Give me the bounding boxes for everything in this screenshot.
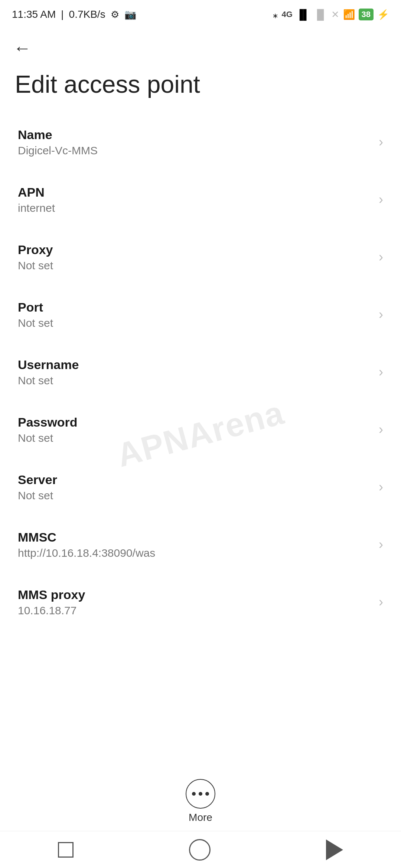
chevron-right-icon: › [379,249,383,265]
settings-item-name[interactable]: Name Digicel-Vc-MMS › [0,114,401,171]
status-time-network: 11:35 AM | 0.7KB/s ⚙ 📷 [12,9,136,20]
settings-item-port[interactable]: Port Not set › [0,286,401,343]
more-circle-icon [186,779,215,809]
wifi-icon: 📶 [343,9,355,20]
4g-icon: 4G [281,10,292,19]
more-section: More [0,772,401,831]
nav-back-button[interactable] [326,839,343,860]
chevron-right-icon: › [379,134,383,150]
back-icon [326,839,343,860]
settings-item-password[interactable]: Password Not set › [0,401,401,458]
settings-item-mmsc[interactable]: MMSC http://10.16.18.4:38090/was › [0,516,401,573]
status-time: 11:35 AM [12,9,56,20]
settings-list: Name Digicel-Vc-MMS › APN internet › Pro… [0,114,401,705]
page-title: Edit access point [0,63,401,114]
video-icon: 📷 [124,9,136,20]
wifi-off-icon: ✕ [331,9,339,20]
signal-icon: ▐▌ [296,9,310,20]
nav-recents-button[interactable] [58,842,74,858]
recents-icon [58,842,74,858]
nav-home-button[interactable] [189,839,211,861]
battery-icon: 38 [359,9,374,20]
signal-icon-2: ▐▌ [314,9,327,20]
chevron-right-icon: › [379,364,383,380]
status-network-speed: 0.7KB/s [69,9,105,20]
charging-icon: ⚡ [377,9,389,20]
chevron-right-icon: › [379,422,383,437]
home-icon [189,839,211,861]
back-button[interactable]: ← [13,39,31,57]
chevron-right-icon: › [379,192,383,207]
chevron-right-icon: › [379,307,383,322]
chevron-right-icon: › [379,537,383,552]
settings-icon: ⚙ [111,9,119,20]
chevron-right-icon: › [379,479,383,495]
settings-item-server[interactable]: Server Not set › [0,458,401,516]
settings-item-proxy[interactable]: Proxy Not set › [0,228,401,286]
more-button[interactable]: More [186,779,215,823]
status-separator: | [61,9,63,20]
settings-item-apn[interactable]: APN internet › [0,171,401,228]
settings-item-username[interactable]: Username Not set › [0,343,401,401]
bluetooth-icon: ⁎ [273,9,278,20]
chevron-right-icon: › [379,594,383,610]
bottom-nav-bar [0,831,401,868]
status-right-icons: ⁎ 4G ▐▌ ▐▌ ✕ 📶 38 ⚡ [273,9,389,20]
top-nav: ← [0,26,401,63]
status-bar: 11:35 AM | 0.7KB/s ⚙ 📷 ⁎ 4G ▐▌ ▐▌ ✕ 📶 38… [0,0,401,26]
settings-item-mms-proxy[interactable]: MMS proxy 10.16.18.77 › [0,573,401,631]
more-label: More [189,812,212,823]
